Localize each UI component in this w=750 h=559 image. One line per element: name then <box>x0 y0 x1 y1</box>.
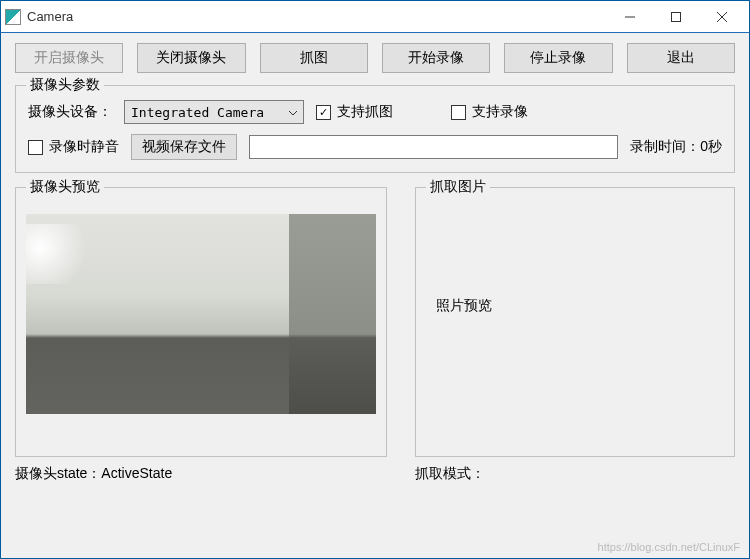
app-window: Camera 开启摄像头 关闭摄像头 抓图 开始录像 停止录像 退出 摄像头参数 <box>0 0 750 559</box>
mute-label: 录像时静音 <box>49 138 119 156</box>
exit-button[interactable]: 退出 <box>627 43 735 73</box>
preview-row: 摄像头预览 抓取图片 照片预览 <box>15 187 735 457</box>
main-toolbar: 开启摄像头 关闭摄像头 抓图 开始录像 停止录像 退出 <box>15 43 735 73</box>
video-path-input[interactable] <box>249 135 618 159</box>
camera-preview-title: 摄像头预览 <box>26 178 104 196</box>
close-camera-button[interactable]: 关闭摄像头 <box>137 43 245 73</box>
photo-placeholder-text: 照片预览 <box>436 297 492 315</box>
camera-preview-group: 摄像头预览 <box>15 187 387 457</box>
record-row: 录像时静音 视频保存文件 录制时间：0秒 <box>28 134 722 160</box>
close-button[interactable] <box>699 2 745 32</box>
capture-preview-group: 抓取图片 照片预览 <box>415 187 735 457</box>
support-record-label: 支持录像 <box>472 103 528 121</box>
minimize-button[interactable] <box>607 2 653 32</box>
titlebar: Camera <box>1 1 749 33</box>
capture-preview-title: 抓取图片 <box>426 178 490 196</box>
device-row: 摄像头设备： Integrated Camera ✓ 支持抓图 支持录像 <box>28 100 722 124</box>
video-save-file-button[interactable]: 视频保存文件 <box>131 134 237 160</box>
device-combobox[interactable]: Integrated Camera <box>124 100 304 124</box>
camera-preview-image <box>26 214 376 414</box>
maximize-button[interactable] <box>653 2 699 32</box>
stop-record-button[interactable]: 停止录像 <box>504 43 612 73</box>
minimize-icon <box>625 12 635 22</box>
watermark-text: https://blog.csdn.net/CLinuxF <box>598 541 740 553</box>
status-row: 摄像头state：ActiveState 抓取模式： <box>15 465 735 483</box>
checkbox-icon <box>28 140 43 155</box>
capture-mode-label: 抓取模式： <box>415 465 735 483</box>
checkbox-icon <box>451 105 466 120</box>
camera-state-label: 摄像头state：ActiveState <box>15 465 415 483</box>
photo-placeholder: 照片预览 <box>426 206 724 406</box>
open-camera-button[interactable]: 开启摄像头 <box>15 43 123 73</box>
device-selected-text: Integrated Camera <box>131 105 264 120</box>
window-controls <box>607 2 745 32</box>
support-capture-checkbox[interactable]: ✓ 支持抓图 <box>316 103 393 121</box>
support-record-checkbox[interactable]: 支持录像 <box>451 103 528 121</box>
device-label: 摄像头设备： <box>28 103 112 121</box>
chevron-down-icon <box>289 105 297 120</box>
capture-button[interactable]: 抓图 <box>260 43 368 73</box>
params-group-title: 摄像头参数 <box>26 76 104 94</box>
camera-params-group: 摄像头参数 摄像头设备： Integrated Camera ✓ 支持抓图 支持… <box>15 85 735 173</box>
window-title: Camera <box>27 9 607 24</box>
mute-on-record-checkbox[interactable]: 录像时静音 <box>28 138 119 156</box>
content-area: 开启摄像头 关闭摄像头 抓图 开始录像 停止录像 退出 摄像头参数 摄像头设备：… <box>1 33 749 493</box>
app-icon <box>5 9 21 25</box>
support-capture-label: 支持抓图 <box>337 103 393 121</box>
start-record-button[interactable]: 开始录像 <box>382 43 490 73</box>
maximize-icon <box>671 12 681 22</box>
checkbox-icon: ✓ <box>316 105 331 120</box>
svg-rect-1 <box>672 12 681 21</box>
record-time-label: 录制时间：0秒 <box>630 138 722 156</box>
close-icon <box>717 12 727 22</box>
